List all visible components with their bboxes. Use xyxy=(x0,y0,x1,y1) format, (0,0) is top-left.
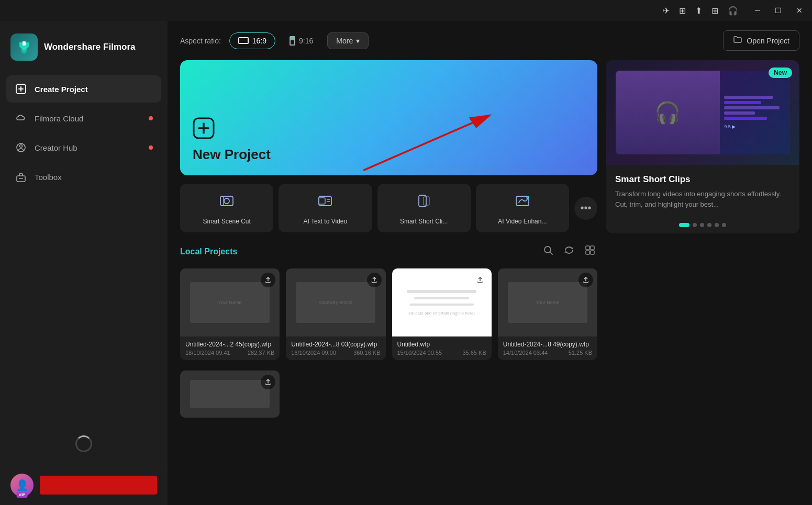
grid-view-button[interactable] xyxy=(583,243,597,260)
project-card[interactable]: educate and entertain (tagline here) xyxy=(392,268,492,360)
grid-icon[interactable]: ⊞ xyxy=(711,6,718,16)
minimize-button[interactable]: ─ xyxy=(752,5,763,16)
smart-short-clips-label: Smart Short Cli... xyxy=(385,218,463,225)
main-content: Aspect ratio: 16:9 9:16 More ▾ Open xyxy=(168,21,812,505)
project-meta: 18/10/2024 09:41 282.37 KB xyxy=(185,350,274,356)
promo-mockup: 🎧 9.5 ▶ xyxy=(616,71,790,154)
local-projects-title: Local Projects xyxy=(180,247,237,256)
ai-text-to-video-icon xyxy=(317,193,333,212)
project-date: 14/10/2024 03:44 xyxy=(503,350,548,356)
promo-dot-5[interactable] xyxy=(715,223,719,227)
project-date: 18/10/2024 09:41 xyxy=(185,350,230,356)
more-tools-button[interactable]: ••• xyxy=(574,197,597,220)
filmora-cloud-label: Filmora Cloud xyxy=(35,114,83,123)
promo-description: Transform long videos into engaging shor… xyxy=(615,189,790,209)
creator-hub-notification-dot xyxy=(149,145,153,150)
ai-tools-row: Smart Scene Cut AI Text to Video xyxy=(180,184,597,232)
loading-spinner xyxy=(75,435,92,452)
project-name: Untitled-2024-...8 49(copy).wfp xyxy=(503,341,592,348)
smart-scene-cut-card[interactable]: Smart Scene Cut xyxy=(180,184,273,232)
promo-content: Smart Short Clips Transform long videos … xyxy=(606,165,799,217)
app-logo: Wondershare Filmora xyxy=(0,21,168,75)
promo-dot-4[interactable] xyxy=(707,223,711,227)
project-info: Untitled-2024-...8 49(copy).wfp 14/10/20… xyxy=(498,336,597,360)
app-name: Wondershare Filmora xyxy=(44,41,135,53)
vip-badge: VIP xyxy=(17,492,28,498)
project-size: 35.65 KB xyxy=(462,350,486,356)
monitor-icon[interactable]: ⊞ xyxy=(679,6,686,16)
svg-point-13 xyxy=(224,198,229,204)
ai-text-to-video-card[interactable]: AI Text to Video xyxy=(279,184,372,232)
creator-hub-label: Creator Hub xyxy=(35,143,77,152)
aspect-ratio-label: Aspect ratio: xyxy=(180,37,221,45)
refresh-button[interactable] xyxy=(562,243,576,260)
promo-dot-3[interactable] xyxy=(700,223,704,227)
ai-video-enhance-card[interactable]: AI Video Enhan... xyxy=(476,184,569,232)
project-card[interactable]: Your Name Untitled-2024- xyxy=(180,268,280,360)
project-info: Untitled-2024-...2 45(copy).wfp 18/10/20… xyxy=(180,336,280,360)
smart-short-clips-card[interactable]: Smart Short Cli... xyxy=(377,184,471,232)
upload-icon[interactable]: ⬆ xyxy=(695,6,702,16)
promo-dot-2[interactable] xyxy=(693,223,697,227)
search-button[interactable] xyxy=(541,243,555,260)
thumbnail-placeholder: Your Name xyxy=(190,282,270,323)
svg-rect-0 xyxy=(23,41,26,46)
sidebar-item-filmora-cloud[interactable]: Filmora Cloud xyxy=(6,105,161,132)
aspect-16-9-button[interactable]: 16:9 xyxy=(229,32,275,49)
sidebar-item-toolbox[interactable]: Toolbox xyxy=(6,163,161,190)
maximize-button[interactable]: ☐ xyxy=(772,5,785,16)
project-meta: 16/10/2024 09:00 360.16 KB xyxy=(291,350,380,356)
upload-to-cloud-icon[interactable] xyxy=(473,273,487,287)
left-column: New Project xyxy=(180,60,597,505)
filmora-cloud-notification-dot xyxy=(149,116,153,120)
send-icon[interactable]: ✈ xyxy=(663,6,670,16)
landscape-icon xyxy=(238,37,249,44)
project-meta: 14/10/2024 03:44 51.25 KB xyxy=(503,350,592,356)
upload-to-cloud-icon[interactable] xyxy=(579,273,593,287)
project-card[interactable] xyxy=(180,371,280,418)
svg-point-22 xyxy=(526,196,529,199)
upload-to-cloud-icon[interactable] xyxy=(367,273,382,287)
promo-new-badge: New xyxy=(769,68,792,78)
project-info: Untitled.wfp 15/10/2024 00:55 35.65 KB xyxy=(392,336,492,360)
more-aspect-button[interactable]: More ▾ xyxy=(327,32,369,49)
svg-rect-28 xyxy=(591,251,594,254)
svg-line-24 xyxy=(550,252,553,255)
new-project-card[interactable]: New Project xyxy=(180,60,597,175)
project-info: Untitled-2024-...8 03(copy).wfp 16/10/20… xyxy=(286,336,385,360)
project-grid-second-row xyxy=(180,371,597,418)
promo-person: 🎧 xyxy=(616,71,720,154)
svg-rect-27 xyxy=(586,251,589,254)
project-size: 51.25 KB xyxy=(569,350,592,356)
upload-to-cloud-icon[interactable] xyxy=(261,375,275,389)
new-project-label: New Project xyxy=(193,147,585,163)
open-project-button[interactable]: Open Project xyxy=(723,30,799,51)
folder-open-icon xyxy=(733,35,742,46)
chevron-down-icon: ▾ xyxy=(356,37,360,45)
project-grid: Your Name Untitled-2024- xyxy=(180,268,597,360)
filmora-cloud-icon xyxy=(15,112,27,125)
logo-icon xyxy=(10,33,38,61)
ai-text-to-video-label: AI Text to Video xyxy=(286,218,364,225)
svg-rect-12 xyxy=(220,196,233,206)
user-profile[interactable]: 👤 VIP xyxy=(0,465,168,505)
project-card[interactable]: Your Name Untitled-2024- xyxy=(498,268,597,360)
project-name: Untitled.wfp xyxy=(397,341,486,348)
headphone-icon[interactable]: 🎧 xyxy=(728,6,738,16)
sidebar: Wondershare Filmora Create Project xyxy=(0,21,168,505)
close-button[interactable]: ✕ xyxy=(793,5,806,16)
svg-rect-25 xyxy=(586,246,589,250)
promo-dot-6[interactable] xyxy=(722,223,726,227)
new-project-icon xyxy=(193,117,585,142)
promo-dot-1[interactable] xyxy=(679,223,689,227)
aspect-9-16-button[interactable]: 9:16 xyxy=(281,32,322,50)
project-card[interactable]: Gateway Bristol Untitled xyxy=(286,268,385,360)
sidebar-item-create-project[interactable]: Create Project xyxy=(6,75,161,103)
thumbnail-placeholder: Gateway Bristol xyxy=(296,282,375,323)
upload-to-cloud-icon[interactable] xyxy=(261,273,275,287)
project-thumbnail: educate and entertain (tagline here) xyxy=(392,268,492,336)
project-meta: 15/10/2024 00:55 35.65 KB xyxy=(397,350,486,356)
thumbnail-placeholder xyxy=(190,380,270,408)
sidebar-item-creator-hub[interactable]: Creator Hub xyxy=(6,134,161,161)
creator-hub-icon xyxy=(15,141,27,154)
